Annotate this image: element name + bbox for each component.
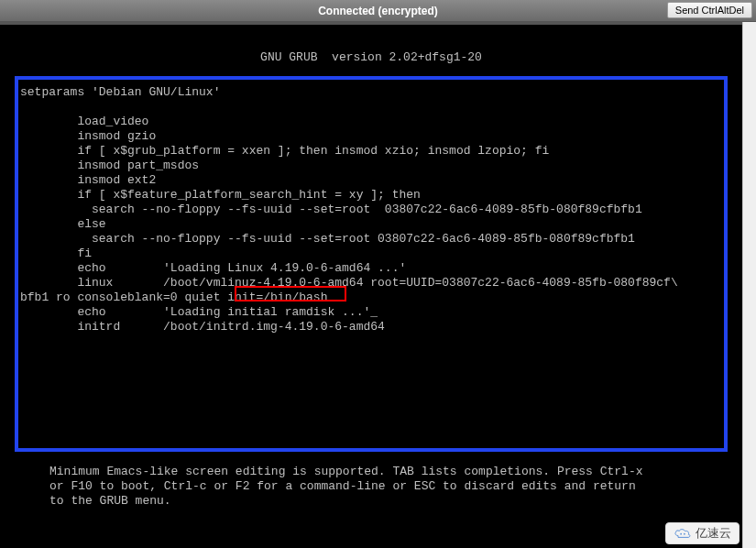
grub-footer-help: Minimum Emacs-like screen editing is sup… xyxy=(49,465,735,509)
grub-line[interactable]: bfb1 ro consoleblank=0 quiet init=/bin/b… xyxy=(20,290,722,305)
svg-point-0 xyxy=(680,533,682,535)
terminal-screen[interactable]: GNU GRUB version 2.02+dfsg1-20 setparams… xyxy=(0,22,742,548)
vnc-titlebar: Connected (encrypted) Send CtrlAltDel xyxy=(0,0,756,22)
grub-line[interactable]: else xyxy=(20,217,722,232)
send-ctrlaltdel-button[interactable]: Send CtrlAltDel xyxy=(667,2,752,18)
grub-line[interactable]: insmod ext2 xyxy=(20,173,722,188)
grub-header: GNU GRUB version 2.02+dfsg1-20 xyxy=(7,50,735,65)
grub-line[interactable]: insmod part_msdos xyxy=(20,159,722,173)
svg-point-1 xyxy=(684,533,685,535)
grub-line[interactable]: search --no-floppy --fs-uuid --set=root … xyxy=(20,232,722,247)
grub-edit-box[interactable]: setparams 'Debian GNU/Linux' load_video … xyxy=(15,76,728,452)
grub-line[interactable]: echo 'Loading initial ramdisk ...'_ xyxy=(20,305,722,320)
grub-script-content[interactable]: setparams 'Debian GNU/Linux' load_video … xyxy=(20,85,722,334)
grub-line[interactable]: load_video xyxy=(20,115,722,129)
grub-line[interactable] xyxy=(20,100,722,115)
grub-line[interactable]: setparams 'Debian GNU/Linux' xyxy=(20,85,722,100)
watermark-badge: 亿速云 xyxy=(665,522,740,544)
grub-line[interactable]: echo 'Loading Linux 4.19.0-6-amd64 ...' xyxy=(20,261,722,276)
connection-status: Connected (encrypted) xyxy=(318,5,438,17)
grub-line[interactable]: if [ x$feature_platform_search_hint = xy… xyxy=(20,188,722,203)
grub-line[interactable]: fi xyxy=(20,247,722,261)
grub-line[interactable]: linux /boot/vmlinuz-4.19.0-6-amd64 root=… xyxy=(20,276,722,290)
grub-line[interactable]: initrd /boot/initrd.img-4.19.0-6-amd64 xyxy=(20,320,722,334)
watermark-text: 亿速云 xyxy=(696,525,731,542)
cloud-icon xyxy=(674,527,692,540)
grub-line[interactable]: search --no-floppy --fs-uuid --set=root … xyxy=(20,203,722,217)
vertical-scrollbar[interactable] xyxy=(742,22,756,548)
grub-line[interactable]: if [ x$grub_platform = xxen ]; then insm… xyxy=(20,144,722,159)
grub-line[interactable]: insmod gzio xyxy=(20,129,722,144)
